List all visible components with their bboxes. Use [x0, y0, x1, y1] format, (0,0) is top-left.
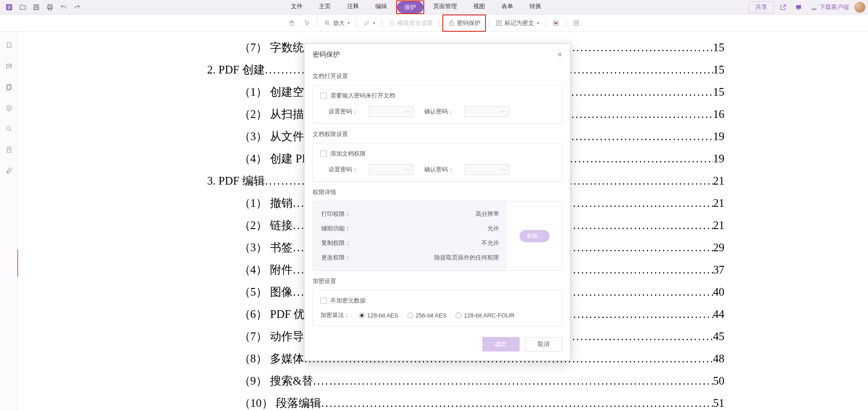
dialog-header: 密码保护 ×: [304, 44, 570, 66]
encryption-algorithm-row: 加密算法： 128-bit AES 256-bit AES 128-bit AR…: [320, 311, 554, 319]
perm-key: 辅助功能：: [321, 221, 351, 236]
perm-value: 不允许: [481, 236, 499, 250]
require-password-label: 需要输入密码来打开文档: [330, 92, 395, 100]
perm-value: 高分辨率: [476, 207, 499, 221]
checkbox-icon[interactable]: [320, 93, 327, 99]
perm-row-copy: 复制权限：不允许: [321, 236, 499, 250]
perm-values-panel: 打印权限：高分辨率 辅助功能：允许 复制权限：不允许 更改权限：除提取页面外的任…: [313, 201, 507, 270]
no-encrypt-metadata-label: 不加密元数据: [330, 297, 366, 305]
open-password-row: 设置密码： 〰 确认密码： 〰: [320, 106, 554, 117]
perm-set-password-input[interactable]: 〰: [369, 164, 413, 175]
dialog-body: 文档打开设置 需要输入密码来打开文档 设置密码： 〰 确认密码： 〰 文档权限设…: [304, 72, 570, 331]
section-open-label: 文档打开设置: [313, 72, 562, 80]
perm-row-a11y: 辅助功能：允许: [321, 221, 499, 236]
radio-label: 128-bit AES: [367, 312, 398, 319]
require-password-checkbox-row[interactable]: 需要输入密码来打开文档: [320, 92, 554, 100]
add-permissions-label: 添加文档权限: [330, 150, 366, 158]
add-permissions-checkbox-row[interactable]: 添加文档权限: [320, 150, 554, 158]
confirm-password-label: 确认密码：: [424, 166, 454, 174]
checkbox-icon[interactable]: [320, 298, 327, 304]
password-protect-dialog: 密码保护 × 文档打开设置 需要输入密码来打开文档 设置密码： 〰 确认密码： …: [304, 43, 571, 361]
radio-128-aes[interactable]: 128-bit AES: [359, 312, 398, 319]
section-enc-label: 加密设置: [313, 277, 562, 285]
perm-row-change: 更改权限：除提取页面外的任何权限: [321, 250, 499, 265]
set-password-label: 设置密码：: [329, 107, 358, 116]
perm-settings-box: 添加文档权限 设置密码： 〰 确认密码： 〰: [313, 143, 562, 182]
checkbox-icon[interactable]: [320, 151, 327, 157]
perm-password-row: 设置密码： 〰 确认密码： 〰: [320, 164, 554, 175]
enc-algo-label: 加密算法：: [320, 311, 350, 319]
radio-label: 128-bit ARC-FOUR: [464, 312, 514, 319]
open-settings-box: 需要输入密码来打开文档 设置密码： 〰 确认密码： 〰: [313, 85, 562, 124]
dialog-footer: 确定 取消: [304, 331, 570, 361]
set-password-input[interactable]: 〰: [369, 106, 413, 117]
set-password-label: 设置密码：: [329, 166, 358, 174]
radio-256-aes[interactable]: 256-bit AES: [407, 312, 447, 319]
perm-key: 更改权限：: [321, 250, 351, 265]
radio-icon[interactable]: [456, 312, 461, 318]
radio-icon[interactable]: [359, 312, 365, 318]
section-perm-label: 文档权限设置: [313, 130, 562, 138]
dialog-title: 密码保护: [313, 50, 340, 59]
perm-confirm-password-input[interactable]: 〰: [465, 164, 509, 175]
perm-row-print: 打印权限：高分辨率: [321, 207, 499, 221]
confirm-password-label: 确认密码：: [424, 107, 454, 116]
radio-label: 256-bit AES: [416, 312, 447, 319]
permissions-button[interactable]: 权限...: [520, 230, 549, 242]
section-detail-label: 权限详情: [313, 188, 562, 196]
confirm-password-input[interactable]: 〰: [465, 106, 509, 117]
modal-overlay: 密码保护 × 文档打开设置 需要输入密码来打开文档 设置密码： 〰 确认密码： …: [0, 0, 868, 410]
enc-settings-box: 不加密元数据 加密算法： 128-bit AES 256-bit AES 128…: [313, 290, 562, 326]
ok-button[interactable]: 确定: [482, 337, 520, 351]
perm-detail-box: 打印权限：高分辨率 辅助功能：允许 复制权限：不允许 更改权限：除提取页面外的任…: [313, 201, 562, 271]
perm-key: 复制权限：: [321, 236, 351, 250]
perm-value: 除提取页面外的任何权限: [434, 250, 499, 265]
perm-value: 允许: [487, 221, 499, 236]
radio-128-arc4[interactable]: 128-bit ARC-FOUR: [456, 312, 514, 319]
cancel-button[interactable]: 取消: [525, 337, 562, 351]
perm-button-area: 权限...: [507, 201, 562, 270]
close-icon[interactable]: ×: [557, 50, 562, 59]
no-encrypt-metadata-row[interactable]: 不加密元数据: [320, 297, 554, 305]
radio-icon[interactable]: [407, 312, 413, 318]
perm-key: 打印权限：: [321, 207, 351, 221]
